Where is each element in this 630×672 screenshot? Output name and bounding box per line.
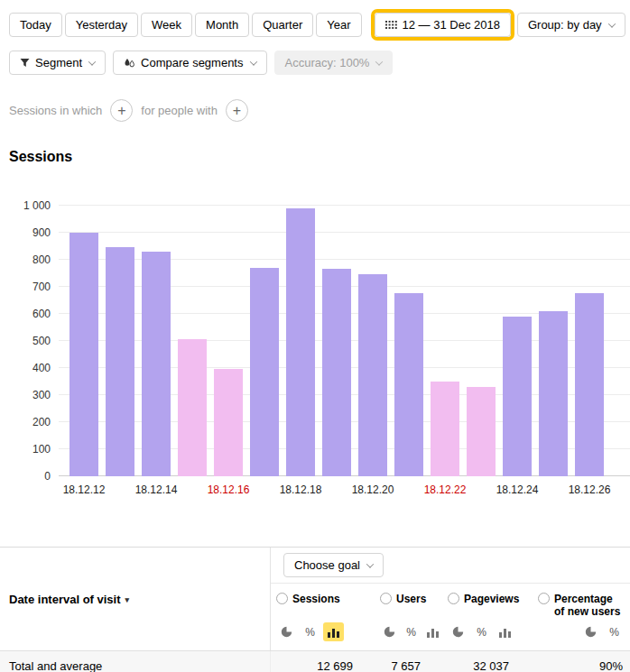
chart-bars	[66, 206, 607, 476]
row-dimension-selector[interactable]: Date interval of visit ▾	[9, 593, 129, 606]
caret-down-icon: ▾	[125, 595, 130, 604]
radio-sessions[interactable]	[276, 593, 288, 604]
bar-18.12.24[interactable]	[503, 317, 532, 476]
x-axis-label: 18.12.14	[138, 483, 174, 496]
bar-18.12.12[interactable]	[69, 233, 98, 476]
radio-users[interactable]	[380, 593, 392, 604]
compare-segments-label: Compare segments	[141, 56, 243, 69]
accuracy-dropdown[interactable]: Accuracy: 100%	[274, 51, 394, 75]
toggle-bars-pageviews[interactable]	[495, 622, 515, 641]
total-row: Total and average 12 699 7 657 32 037 90…	[0, 650, 630, 672]
y-axis-label: 600	[32, 308, 51, 320]
x-axis-label: 18.12.18	[283, 483, 319, 496]
x-axis-label: 18.12.22	[427, 483, 463, 496]
toggle-percent-sessions[interactable]: %	[300, 622, 320, 641]
compare-segments-button[interactable]: Compare segments	[113, 51, 266, 75]
pie-chart-icon	[585, 626, 597, 638]
period-button-month[interactable]: Month	[195, 13, 249, 37]
chart-x-labels: 18.12.1218.12.1418.12.1618.12.1818.12.20…	[66, 483, 630, 496]
metric-column-sessions: Sessions %	[271, 584, 375, 650]
bar-18.12.15[interactable]	[178, 339, 207, 476]
y-axis-label: 0	[44, 470, 51, 483]
x-axis-label: 18.12.12	[66, 483, 102, 496]
metrics-table: Date interval of visit ▾ Choose goal Ses…	[0, 547, 630, 672]
percent-icon: %	[305, 626, 315, 639]
date-range-highlight: 12 — 31 Dec 2018	[371, 9, 514, 41]
add-session-condition-button[interactable]: +	[110, 99, 133, 122]
bar-18.12.21[interactable]	[394, 293, 423, 476]
x-axis-label	[319, 483, 355, 496]
segment-label: Segment	[35, 56, 82, 69]
bar-chart-icon	[328, 627, 339, 638]
x-axis-label: 18.12.26	[571, 483, 607, 496]
accuracy-label: Accuracy: 100%	[285, 56, 370, 69]
date-range-button[interactable]: 12 — 31 Dec 2018	[375, 13, 511, 37]
metric-column-new-users-percentage: Percentage of new users %	[533, 584, 630, 650]
y-axis-label: 500	[32, 335, 51, 347]
chart-y-axis: 01002003004005006007008009001 000	[0, 206, 51, 476]
metric-column-pageviews: Pageviews %	[442, 584, 533, 650]
metric-label: Pageviews	[464, 593, 519, 605]
y-axis-label: 800	[32, 253, 51, 266]
total-row-label: Total and average	[0, 651, 271, 672]
toggle-pie-new-users[interactable]	[580, 622, 601, 641]
metric-columns: Sessions %	[271, 584, 630, 650]
bar-18.12.23[interactable]	[467, 387, 496, 476]
y-axis-label: 300	[32, 389, 51, 401]
segmentation-conditions: Sessions in which + for people with +	[0, 75, 630, 122]
radio-new-users-percentage[interactable]	[538, 593, 550, 604]
bar-18.12.26[interactable]	[575, 293, 604, 476]
total-sessions-value: 12 699	[271, 659, 375, 672]
toggle-pie-pageviews[interactable]	[448, 622, 468, 641]
y-axis-label: 400	[32, 362, 51, 374]
funnel-icon	[20, 58, 30, 68]
bar-18.12.19[interactable]	[322, 269, 351, 476]
bar-18.12.17[interactable]	[250, 268, 279, 476]
add-user-condition-button[interactable]: +	[226, 99, 248, 122]
x-axis-label	[391, 483, 427, 496]
bar-18.12.20[interactable]	[358, 274, 387, 476]
group-by-dropdown[interactable]: Group: by day	[517, 13, 625, 37]
bar-18.12.13[interactable]	[106, 247, 134, 476]
chevron-down-icon	[375, 58, 383, 65]
row-dimension-label: Date interval of visit	[9, 593, 121, 606]
chart-title: Sessions	[9, 149, 630, 165]
toggle-percent-pageviews[interactable]: %	[471, 622, 492, 641]
metric-column-users: Users %	[375, 584, 442, 650]
chevron-down-icon	[607, 20, 615, 27]
metric-label: Percentage of new users	[554, 593, 625, 619]
sessions-in-which-label: Sessions in which	[9, 104, 102, 117]
plus-icon: +	[233, 104, 241, 118]
group-by-label: Group: by day	[528, 18, 602, 32]
bar-18.12.22[interactable]	[431, 382, 459, 476]
toggle-pie-users[interactable]	[380, 622, 399, 641]
toggle-bars-sessions[interactable]	[323, 622, 344, 641]
metric-label: Sessions	[292, 593, 340, 605]
total-new-users-percentage-value: 90%	[533, 659, 630, 672]
choose-goal-row: Choose goal	[271, 548, 630, 584]
toggle-percent-new-users[interactable]: %	[604, 622, 625, 641]
chevron-down-icon	[249, 58, 256, 65]
percent-icon: %	[609, 626, 619, 639]
toggle-bars-users[interactable]	[423, 622, 442, 641]
bar-18.12.16[interactable]	[214, 369, 243, 476]
radio-pageviews[interactable]	[448, 593, 459, 604]
bar-18.12.14[interactable]	[142, 252, 171, 476]
period-button-quarter[interactable]: Quarter	[252, 13, 313, 37]
chevron-down-icon	[88, 58, 96, 65]
toggle-percent-users[interactable]: %	[402, 622, 421, 641]
segment-button[interactable]: Segment	[9, 51, 106, 75]
total-pageviews-value: 32 037	[442, 659, 533, 672]
period-button-yesterday[interactable]: Yesterday	[65, 13, 138, 37]
toggle-pie-sessions[interactable]	[276, 622, 297, 641]
sessions-bar-chart: 01002003004005006007008009001 000 18.12.…	[0, 206, 630, 496]
y-axis-label: 1 000	[23, 199, 51, 212]
period-button-today[interactable]: Today	[9, 13, 62, 37]
toolbar-periods: Today Yesterday Week Month Quarter Year …	[0, 0, 630, 41]
bar-18.12.18[interactable]	[286, 208, 315, 476]
choose-goal-label: Choose goal	[294, 558, 360, 572]
choose-goal-button[interactable]: Choose goal	[283, 553, 384, 577]
period-button-year[interactable]: Year	[316, 13, 361, 37]
bar-18.12.25[interactable]	[539, 311, 568, 476]
period-button-week[interactable]: Week	[141, 13, 192, 37]
